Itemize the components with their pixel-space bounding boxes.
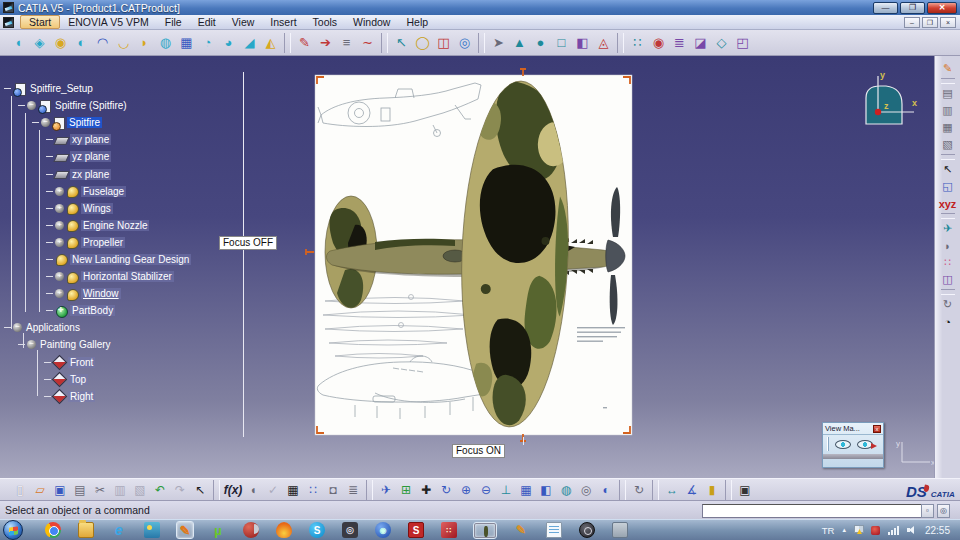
expander-icon[interactable]: + <box>55 221 64 230</box>
list-edit-icon[interactable]: ≣ <box>344 481 362 499</box>
restore-button[interactable]: ❐ <box>900 2 925 14</box>
palette-close-icon[interactable]: x <box>873 425 881 433</box>
freestyle-extrude-icon[interactable]: ◉ <box>51 33 70 52</box>
tree-item-new-landing-gear-design[interactable]: New Landing Gear Design <box>46 251 191 268</box>
mouse-sim-icon[interactable]: ◗ <box>939 237 957 254</box>
magnifier-icon[interactable]: ◎ <box>455 33 474 52</box>
expander-icon[interactable]: − <box>27 340 36 349</box>
ellipse-tool-icon[interactable]: ◯ <box>413 33 432 52</box>
expander-icon[interactable]: − <box>41 118 50 127</box>
taskbar-catia-icon[interactable]: ✎ <box>177 522 193 538</box>
menu-help[interactable]: Help <box>398 16 436 28</box>
freestyle-offset-icon[interactable]: ◐ <box>72 33 91 52</box>
spitfire-model-canvas[interactable] <box>315 75 632 435</box>
redo-icon[interactable]: ↷ <box>171 481 189 499</box>
taskbar-volume-app-icon[interactable] <box>579 522 595 538</box>
start-button[interactable] <box>3 520 23 540</box>
network-signal-icon[interactable] <box>888 526 899 535</box>
draft-analysis-icon[interactable]: ➔ <box>316 33 335 52</box>
taskbar-utorrent-icon[interactable]: µ <box>210 522 226 538</box>
extend-surface-icon[interactable]: ◢ <box>240 33 259 52</box>
tree-item-spitfire-spitfire[interactable]: −Spitfire (Spitfire) <box>18 97 191 114</box>
palette-grip[interactable] <box>827 437 829 451</box>
command-input[interactable] <box>702 504 928 518</box>
split-shape-icon[interactable]: ◧ <box>573 33 592 52</box>
match-surface-icon[interactable]: ◕ <box>219 33 238 52</box>
examine-mode-icon[interactable] <box>835 440 851 449</box>
compass[interactable]: y x z <box>856 70 920 132</box>
normal-view-icon[interactable]: ⊥ <box>497 481 515 499</box>
box-3d-icon[interactable]: ◰ <box>733 33 752 52</box>
taskbar-red-app-icon[interactable]: ∷ <box>441 522 457 538</box>
menu-edit[interactable]: Edit <box>190 16 224 28</box>
net-surface-icon[interactable]: ▦ <box>177 33 196 52</box>
tree-item-xy-plane[interactable]: xy plane <box>46 131 191 148</box>
control-points-icon[interactable]: ◈ <box>30 33 49 52</box>
fit-all-icon[interactable]: ⊞ <box>397 481 415 499</box>
tree-item-right[interactable]: Right <box>44 388 191 405</box>
whats-this-icon[interactable]: ↖ <box>191 481 209 499</box>
tree-item-propeller[interactable]: +Propeller <box>46 234 191 251</box>
photo-studio-icon[interactable]: ▥ <box>939 102 957 119</box>
taskbar-gray-app-icon[interactable] <box>612 522 628 538</box>
menu-start[interactable]: Start <box>20 15 60 29</box>
undo-icon[interactable]: ↶ <box>151 481 169 499</box>
pan-icon[interactable]: ✚ <box>417 481 435 499</box>
menu-enovia[interactable]: ENOVIA V5 VPM <box>60 16 157 28</box>
action-center-flag-icon[interactable] <box>854 525 863 535</box>
wireframe-view-icon[interactable]: ◎ <box>577 481 595 499</box>
break-surface-icon[interactable]: ◭ <box>261 33 280 52</box>
stamp-icon[interactable]: ◇ <box>712 33 731 52</box>
taskbar-pencil-icon[interactable]: ✎ <box>513 522 529 538</box>
tree-item-engine-nozzle[interactable]: +Engine Nozzle <box>46 217 191 234</box>
design-table-icon[interactable]: ▦ <box>284 481 302 499</box>
expander-icon[interactable]: + <box>55 238 64 247</box>
zoom-out-icon[interactable]: ⊖ <box>477 481 495 499</box>
hatching-analysis-icon[interactable]: ≡ <box>337 33 356 52</box>
taskbar-blue-app-icon[interactable]: ◉ <box>375 522 391 538</box>
render-shot-icon[interactable]: ▦ <box>939 119 957 136</box>
spheres-pair-icon[interactable]: ∷ <box>628 33 647 52</box>
open-icon[interactable]: ▱ <box>31 481 49 499</box>
iso-view-icon[interactable]: ◧ <box>537 481 555 499</box>
taskbar-chrome-icon[interactable] <box>45 522 61 538</box>
mdi-minimize-button[interactable]: – <box>904 17 920 28</box>
paste-icon[interactable]: ▧ <box>131 481 149 499</box>
tree-item-yz-plane[interactable]: yz plane <box>46 148 191 165</box>
arc-icon[interactable]: ◗ <box>135 33 154 52</box>
immersive-cube-icon[interactable]: ◫ <box>434 33 453 52</box>
fx-formula-icon[interactable]: f(x) <box>224 481 242 499</box>
expander-icon[interactable]: − <box>27 101 36 110</box>
viewport-3d[interactable]: Focus OFF Focus ON y x z y x Spitfire_Se… <box>0 56 934 478</box>
cut-icon[interactable]: ✂ <box>91 481 109 499</box>
fly-icon[interactable]: ✈ <box>377 481 395 499</box>
antivirus-tray-icon[interactable] <box>871 526 880 535</box>
check-rule-icon[interactable]: ✓ <box>264 481 282 499</box>
shaded-view-icon[interactable]: ◍ <box>557 481 575 499</box>
expander-icon[interactable]: + <box>55 272 64 281</box>
lock-icon[interactable]: ◘ <box>324 481 342 499</box>
measure-between-icon[interactable]: ↔ <box>663 481 681 499</box>
taskbar-ccleaner-icon[interactable] <box>243 522 259 538</box>
volume-icon[interactable] <box>907 526 917 535</box>
taskbar-flame-icon[interactable] <box>276 522 292 538</box>
select-arrow-icon[interactable]: ↖ <box>939 161 957 178</box>
measure-item-icon[interactable]: ∡ <box>683 481 701 499</box>
tree-item-zx-plane[interactable]: zx plane <box>46 165 191 182</box>
fly-mode-icon[interactable]: ✈ <box>939 220 957 237</box>
fill-surface-icon[interactable]: ◍ <box>156 33 175 52</box>
expander-icon[interactable]: + <box>55 187 64 196</box>
taskbar-active-window[interactable] <box>474 523 496 538</box>
view-cube-icon[interactable]: ◫ <box>939 271 957 288</box>
update-icon[interactable]: ↻ <box>939 296 957 313</box>
sphere-tool-icon[interactable]: ● <box>531 33 550 52</box>
plane-frame-icon[interactable]: □ <box>552 33 571 52</box>
blend-surface-icon[interactable]: ◔ <box>198 33 217 52</box>
minimize-button[interactable]: — <box>873 2 898 14</box>
rotate-icon[interactable]: ↻ <box>437 481 455 499</box>
taskbar-skype-icon[interactable]: S <box>309 522 325 538</box>
tree-item-spitfire[interactable]: −Spitfire <box>32 114 191 131</box>
status-expand-button[interactable]: ▫ <box>921 504 934 518</box>
catalog-browser-icon[interactable]: ▤ <box>939 85 957 102</box>
expander-icon[interactable]: + <box>55 204 64 213</box>
